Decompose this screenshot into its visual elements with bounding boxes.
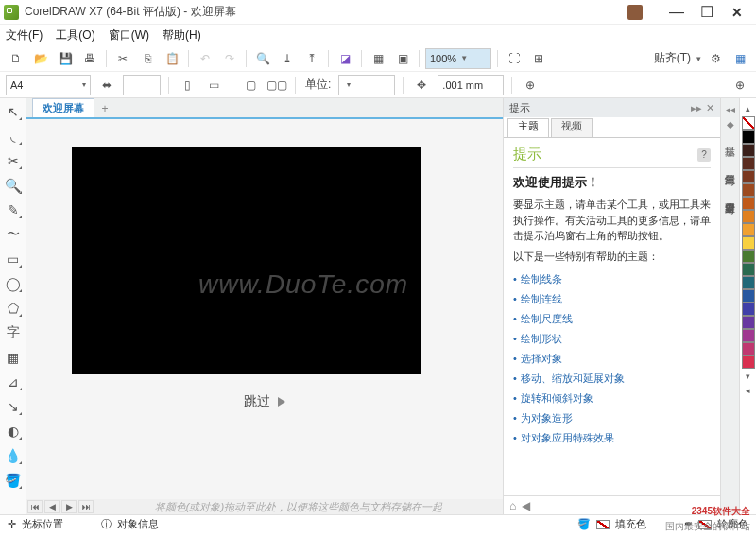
help-icon[interactable]: ? xyxy=(697,148,711,162)
hints-topic-link[interactable]: 绘制形状 xyxy=(513,329,711,349)
search-icon[interactable]: 🔍 xyxy=(252,48,273,69)
maximize-button[interactable]: ☐ xyxy=(692,3,722,22)
polygon-tool-icon[interactable]: ⬠ xyxy=(4,299,23,318)
table-tool-icon[interactable]: ▦ xyxy=(4,348,23,367)
zoom-tool-icon[interactable]: 🔍 xyxy=(4,176,23,195)
hints-topic-link[interactable]: 对对象应用特殊效果 xyxy=(513,428,711,448)
panel-close-icon[interactable]: ✕ xyxy=(706,102,714,114)
dock-hints-tab[interactable]: 提示 xyxy=(723,132,737,144)
units-dropdown[interactable]: ▾ xyxy=(338,75,395,95)
rulers-icon[interactable]: ⊞ xyxy=(528,48,549,69)
menu-file[interactable]: 文件(F) xyxy=(6,27,43,43)
hints-tab-topic[interactable]: 主题 xyxy=(507,118,549,137)
hints-topic-link[interactable]: 绘制线条 xyxy=(513,269,711,289)
close-button[interactable]: ✕ xyxy=(722,3,752,22)
color-swatch[interactable] xyxy=(742,183,755,197)
color-swatch[interactable] xyxy=(742,130,755,144)
hints-topic-link[interactable]: 旋转和倾斜对象 xyxy=(513,389,711,408)
color-swatch[interactable] xyxy=(742,289,755,303)
dock-props-icon[interactable]: ◈ xyxy=(724,146,737,159)
save-icon[interactable]: 💾 xyxy=(55,48,76,69)
nav-next-icon[interactable]: ▶ xyxy=(61,500,77,513)
dock-hints-icon[interactable]: ◆ xyxy=(724,117,737,130)
publish-icon[interactable]: ◪ xyxy=(335,48,355,69)
dock-expand-icon[interactable]: ◂◂ xyxy=(724,102,737,115)
undo-icon[interactable]: ↶ xyxy=(195,48,215,69)
pages-icon[interactable]: ▢▢ xyxy=(266,75,287,95)
dimension-tool-icon[interactable]: ⊿ xyxy=(4,372,23,391)
dock-mgr-icon[interactable]: ☰ xyxy=(724,174,737,187)
landscape-icon[interactable]: ▭ xyxy=(203,75,224,95)
user-icon[interactable] xyxy=(627,5,643,20)
fill-tool-icon[interactable]: 🪣 xyxy=(4,471,23,490)
nav-prev-icon[interactable]: ◀ xyxy=(44,500,60,513)
back-icon[interactable]: ◀ xyxy=(522,499,530,512)
welcome-video-placeholder[interactable] xyxy=(72,147,421,374)
panel-collapse-icon[interactable]: ▸▸ xyxy=(691,102,702,114)
nav-first-icon[interactable]: ⏮ xyxy=(27,500,43,513)
color-swatch[interactable] xyxy=(742,276,755,289)
zoom-dropdown[interactable]: 100%▼ xyxy=(425,48,491,69)
color-swatch[interactable] xyxy=(742,342,755,355)
menu-help[interactable]: 帮助(H) xyxy=(163,27,201,43)
new-tab-button[interactable]: + xyxy=(96,100,113,117)
crop-tool-icon[interactable]: ✂ xyxy=(4,151,23,170)
export-icon[interactable]: ⤒ xyxy=(301,48,322,69)
freehand-tool-icon[interactable]: ✎ xyxy=(4,200,23,219)
print-icon[interactable]: 🖶 xyxy=(79,48,100,69)
dock-mgr-tab[interactable]: 对象管理器 xyxy=(723,189,737,200)
paste-icon[interactable]: 📋 xyxy=(162,48,182,69)
pick-tool-icon[interactable]: ↖ xyxy=(4,102,23,121)
new-icon[interactable]: 🗋 xyxy=(6,48,26,69)
menu-tools[interactable]: 工具(O) xyxy=(56,27,94,43)
home-icon[interactable]: ⌂ xyxy=(509,499,516,512)
tab-welcome[interactable]: 欢迎屏幕 xyxy=(32,98,94,117)
text-tool-icon[interactable]: 字 xyxy=(4,323,23,342)
duplicate-distance-icon[interactable]: ⊕ xyxy=(520,75,541,95)
width-field[interactable] xyxy=(123,75,161,95)
color-swatch[interactable] xyxy=(742,236,755,250)
cut-icon[interactable]: ✂ xyxy=(112,48,133,69)
rectangle-tool-icon[interactable]: ▭ xyxy=(4,250,23,268)
skip-button[interactable]: 跳过 xyxy=(244,393,285,410)
color-swatch[interactable] xyxy=(742,157,755,170)
color-swatch[interactable] xyxy=(742,329,755,342)
open-icon[interactable]: 📂 xyxy=(30,48,51,69)
hints-topic-link[interactable]: 绘制连线 xyxy=(513,289,711,309)
color-swatch[interactable] xyxy=(742,223,755,236)
minimize-button[interactable]: — xyxy=(662,3,692,22)
nav-last-icon[interactable]: ⏭ xyxy=(78,500,94,513)
copy-icon[interactable]: ⎘ xyxy=(137,48,158,69)
welcome-icon[interactable]: ▣ xyxy=(392,48,413,69)
import-icon[interactable]: ⤓ xyxy=(277,48,298,69)
hints-panel-header[interactable]: 提示 ▸▸ ✕ xyxy=(504,98,720,117)
fullscreen-icon[interactable]: ⛶ xyxy=(504,48,524,69)
ellipse-tool-icon[interactable]: ◯ xyxy=(4,274,23,293)
options2-icon[interactable]: ⊕ xyxy=(730,75,750,95)
eyedropper-tool-icon[interactable]: 💧 xyxy=(4,446,23,465)
palette-up-icon[interactable]: ▴ xyxy=(746,104,750,113)
pagesize-dropdown[interactable]: A4▾ xyxy=(6,75,91,95)
snap-label[interactable]: 贴齐(T) xyxy=(654,50,691,66)
app-launcher-icon[interactable]: ▦ xyxy=(368,48,388,69)
hints-topic-link[interactable]: 绘制尺度线 xyxy=(513,309,711,329)
hints-topic-link[interactable]: 选择对象 xyxy=(513,349,711,369)
hints-topic-link[interactable]: 移动、缩放和延展对象 xyxy=(513,369,711,389)
status-fill[interactable]: 🪣填充色 xyxy=(577,517,646,531)
options-icon[interactable]: ⚙ xyxy=(705,48,726,69)
nudge-field[interactable]: .001 mm xyxy=(438,75,504,95)
palette-down-icon[interactable]: ▾ xyxy=(746,372,750,381)
hints-tab-video[interactable]: 视频 xyxy=(551,118,593,137)
swatch-none[interactable] xyxy=(742,116,755,130)
color-swatch[interactable] xyxy=(742,210,755,223)
color-swatch[interactable] xyxy=(742,355,755,369)
color-swatch[interactable] xyxy=(742,250,755,263)
dim-width-icon[interactable]: ⬌ xyxy=(96,75,117,95)
redo-icon[interactable]: ↷ xyxy=(219,48,240,69)
color-swatch[interactable] xyxy=(742,303,755,316)
color-swatch[interactable] xyxy=(742,197,755,210)
page-icon[interactable]: ▢ xyxy=(240,75,261,95)
dock-props-tab[interactable]: 对象属性 xyxy=(723,161,737,172)
color-swatch[interactable] xyxy=(742,170,755,183)
hints-topic-link[interactable]: 为对象造形 xyxy=(513,408,711,428)
